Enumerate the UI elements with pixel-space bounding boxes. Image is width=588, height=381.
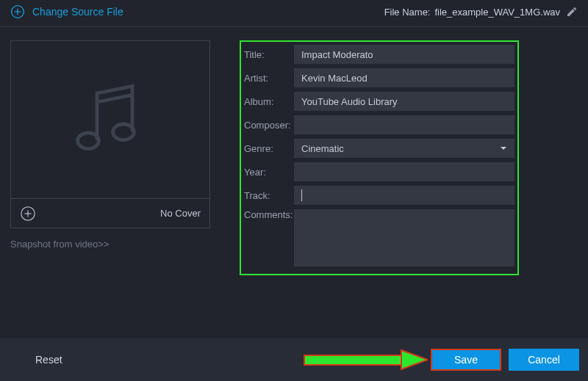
- snapshot-link[interactable]: Snapshot from video>>: [10, 239, 109, 250]
- title-label: Title:: [244, 49, 291, 60]
- svg-marker-9: [401, 350, 428, 369]
- cover-box: No Cover: [10, 40, 210, 228]
- svg-point-4: [113, 124, 135, 140]
- reset-button[interactable]: Reset: [35, 354, 62, 366]
- track-input[interactable]: [294, 186, 514, 205]
- change-source-button[interactable]: Change Source File: [10, 4, 123, 19]
- plus-circle-icon: [10, 4, 25, 19]
- filename-label: File Name:: [384, 7, 431, 18]
- no-cover-label: No Cover: [160, 208, 201, 219]
- change-source-label: Change Source File: [32, 6, 123, 18]
- album-label: Album:: [244, 96, 291, 107]
- comments-label: Comments:: [244, 209, 291, 220]
- svg-rect-8: [304, 355, 401, 365]
- svg-point-3: [78, 133, 99, 149]
- title-input[interactable]: [294, 45, 514, 64]
- cover-footer: No Cover: [11, 198, 209, 228]
- cover-placeholder: [11, 41, 209, 198]
- bottom-bar: Reset Save Cancel: [0, 338, 588, 381]
- main-area: No Cover Snapshot from video>> Title: Ar…: [0, 40, 588, 275]
- cancel-button[interactable]: Cancel: [509, 349, 579, 371]
- artist-input[interactable]: [294, 68, 514, 87]
- topbar: Change Source File File Name: file_examp…: [0, 0, 588, 26]
- genre-label: Genre:: [244, 143, 291, 154]
- cover-panel: No Cover Snapshot from video>>: [10, 40, 210, 275]
- composer-input[interactable]: [294, 115, 514, 134]
- arrow-annotation: [303, 349, 428, 371]
- track-label: Track:: [244, 190, 291, 201]
- edit-icon[interactable]: [566, 6, 578, 18]
- comments-input[interactable]: [294, 209, 514, 266]
- text-cursor: [301, 189, 302, 201]
- metadata-form: Title: Artist: Album: Composer: Genre: C…: [240, 40, 519, 275]
- filename-value: file_example_WAV_1MG.wav: [434, 7, 560, 18]
- chevron-down-icon: [500, 145, 507, 152]
- composer-label: Composer:: [244, 120, 291, 131]
- save-button[interactable]: Save: [431, 349, 501, 371]
- artist-label: Artist:: [244, 73, 291, 84]
- genre-value: Cinematic: [301, 143, 344, 154]
- add-cover-icon[interactable]: [20, 206, 36, 222]
- year-input[interactable]: [294, 162, 514, 181]
- divider: [0, 26, 588, 27]
- music-note-icon: [66, 76, 154, 164]
- album-input[interactable]: [294, 92, 514, 111]
- genre-select[interactable]: Cinematic: [294, 139, 514, 158]
- year-label: Year:: [244, 167, 291, 178]
